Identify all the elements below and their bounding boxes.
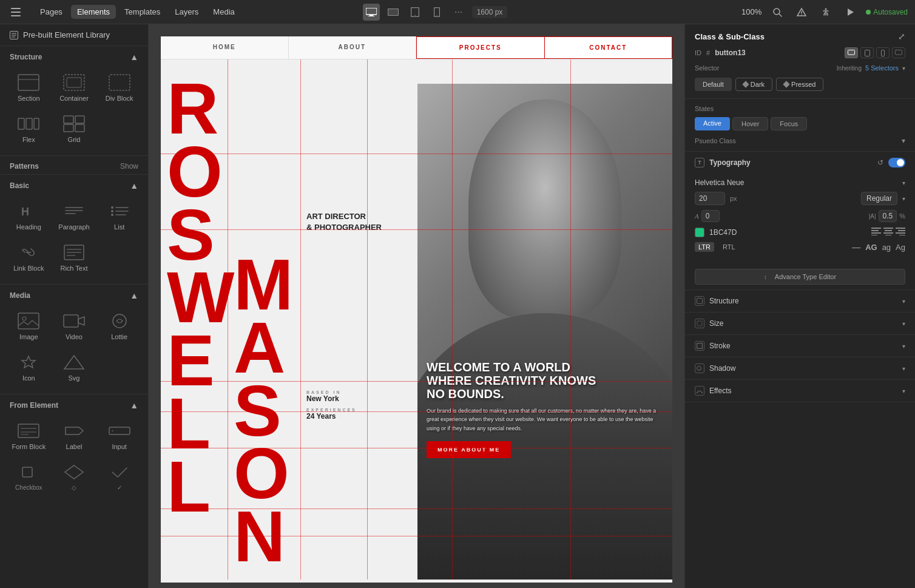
patterns-show[interactable]: Show <box>120 162 138 171</box>
top-nav: Pages Elements Templates Layers Media <box>34 5 241 19</box>
element-grid[interactable]: Grid <box>53 109 96 148</box>
element-container[interactable]: Container <box>53 68 96 107</box>
text-capitalize-btn[interactable]: Ag <box>896 243 905 252</box>
id-custom-btn[interactable] <box>892 47 905 58</box>
align-center-btn[interactable] <box>883 227 893 237</box>
video-label: Video <box>66 333 83 340</box>
font-weight-chevron[interactable]: ▾ <box>902 195 905 202</box>
state-focus[interactable]: Focus <box>771 117 807 130</box>
device-tablet-landscape[interactable] <box>385 4 402 21</box>
search-icon[interactable] <box>769 4 786 21</box>
media-toggle[interactable]: ▲ <box>130 291 138 300</box>
shadow-row-left: Shadow <box>695 363 735 373</box>
state-default[interactable]: Default <box>695 78 732 91</box>
structure-row-chevron[interactable]: ▾ <box>902 298 905 305</box>
char-spacing-value[interactable]: 0.5 <box>879 210 897 222</box>
element-video[interactable]: Video <box>53 306 96 345</box>
state-pressed[interactable]: Pressed <box>776 78 823 91</box>
text-uppercase-btn[interactable]: AG <box>865 243 877 252</box>
element-checkmark[interactable]: ✓ <box>98 458 141 496</box>
typo-header[interactable]: T Typography ↺ <box>685 152 915 174</box>
device-tablet[interactable] <box>407 4 424 21</box>
element-richtext[interactable]: Rich Text <box>53 238 96 277</box>
color-value[interactable]: 1BC47D <box>709 228 737 237</box>
structure-panel-header[interactable]: Structure ▾ <box>685 290 915 312</box>
id-desktop-btn[interactable] <box>845 47 858 58</box>
element-checkbox[interactable]: Checkbox <box>7 458 50 496</box>
nav-pages[interactable]: Pages <box>34 5 69 19</box>
from-element-toggle[interactable]: ▲ <box>130 400 138 410</box>
device-desktop[interactable] <box>363 4 380 21</box>
element-label[interactable]: Label <box>53 416 96 455</box>
element-icon[interactable]: Icon <box>7 348 50 387</box>
shadow-row-chevron[interactable]: ▾ <box>902 365 905 372</box>
stroke-row-chevron[interactable]: ▾ <box>902 343 905 350</box>
nav-media[interactable]: Media <box>207 5 240 19</box>
svg-rect-79 <box>697 299 703 304</box>
element-input[interactable]: Input <box>98 416 141 455</box>
state-active[interactable]: Active <box>695 117 730 130</box>
align-left-btn[interactable] <box>871 227 881 237</box>
element-heading[interactable]: H Heading <box>7 197 50 235</box>
font-size-input[interactable] <box>695 192 725 205</box>
id-value[interactable]: button13 <box>715 49 746 57</box>
size-row-chevron[interactable]: ▾ <box>902 320 905 327</box>
element-linkblock[interactable]: Link Block <box>7 238 50 277</box>
nav-templates[interactable]: Templates <box>118 5 166 19</box>
nav-elements[interactable]: Elements <box>71 5 116 19</box>
font-chevron[interactable]: ▾ <box>902 180 905 186</box>
accessibility-icon[interactable] <box>817 4 834 21</box>
canvas-area[interactable]: HOME ABOUT PROJECTS CONTACT <box>149 24 684 588</box>
selectors-badge[interactable]: 5 Selectors <box>865 64 899 72</box>
size-panel-header[interactable]: Size ▾ <box>685 313 915 334</box>
icon-label: Icon <box>22 374 35 382</box>
structure-toggle[interactable]: ▲ <box>130 52 138 62</box>
menu-icon[interactable] <box>7 4 24 21</box>
typography-reset[interactable]: ↺ <box>877 158 883 167</box>
element-list[interactable]: List <box>98 197 141 235</box>
element-flex[interactable]: Flex <box>7 109 50 148</box>
color-swatch[interactable] <box>695 228 704 237</box>
dir-ltr[interactable]: LTR <box>695 242 714 252</box>
advance-type-editor-btn[interactable]: ↕ Advance Type Editor <box>695 269 905 285</box>
device-more[interactable]: ··· <box>450 4 467 21</box>
play-icon[interactable] <box>842 4 859 21</box>
svg-point-50 <box>22 317 26 320</box>
zoom-display[interactable]: 100% <box>741 7 761 16</box>
pseudo-chevron[interactable]: ▾ <box>902 137 905 145</box>
element-paragraph[interactable]: Paragraph <box>53 197 96 235</box>
selector-chevron[interactable]: ▾ <box>902 65 905 72</box>
stroke-panel-header[interactable]: Stroke ▾ <box>685 335 915 357</box>
element-section[interactable]: Section <box>7 68 50 107</box>
device-mobile[interactable] <box>428 4 445 21</box>
dir-rtl[interactable]: RTL <box>719 242 739 252</box>
prebuilt-library-btn[interactable]: Pre-built Element Library <box>0 24 148 46</box>
element-image[interactable]: Image <box>7 306 50 345</box>
state-dark[interactable]: Dark <box>735 78 772 91</box>
id-mobile-btn[interactable] <box>876 47 890 58</box>
effects-row-chevron[interactable]: ▾ <box>902 388 905 394</box>
element-divblock[interactable]: Div Block <box>98 68 141 107</box>
element-diamond1[interactable]: ◇ <box>53 458 96 496</box>
element-svg[interactable]: Svg <box>53 348 96 387</box>
shadow-panel-header[interactable]: Shadow ▾ <box>685 357 915 379</box>
letter-spacing-value[interactable]: 0 <box>701 210 720 222</box>
effects-panel-header[interactable]: Effects ▾ <box>685 380 915 402</box>
nav-layers[interactable]: Layers <box>169 5 204 19</box>
expand-btn[interactable]: ⤢ <box>898 32 905 41</box>
font-name[interactable]: Helvetica Neue <box>695 178 744 187</box>
state-hover[interactable]: Hover <box>732 117 768 130</box>
align-right-btn[interactable] <box>896 227 905 237</box>
text-lowercase-btn[interactable]: ag <box>882 243 891 252</box>
element-formblock[interactable]: Form Block <box>7 416 50 455</box>
cta-btn[interactable]: MORE ABOUT ME <box>427 441 511 458</box>
element-lottie[interactable]: Lottie <box>98 306 141 345</box>
svg-rect-30 <box>64 116 73 123</box>
id-tablet-btn[interactable] <box>860 47 874 58</box>
font-weight[interactable]: Regular <box>861 192 897 205</box>
text-none-btn[interactable]: — <box>852 242 860 252</box>
typography-toggle[interactable] <box>888 158 905 167</box>
right-panel: Class & Sub-Class ⤢ ID # button13 <box>684 24 915 588</box>
basic-toggle[interactable]: ▲ <box>130 181 138 191</box>
warning-icon[interactable] <box>793 4 810 21</box>
